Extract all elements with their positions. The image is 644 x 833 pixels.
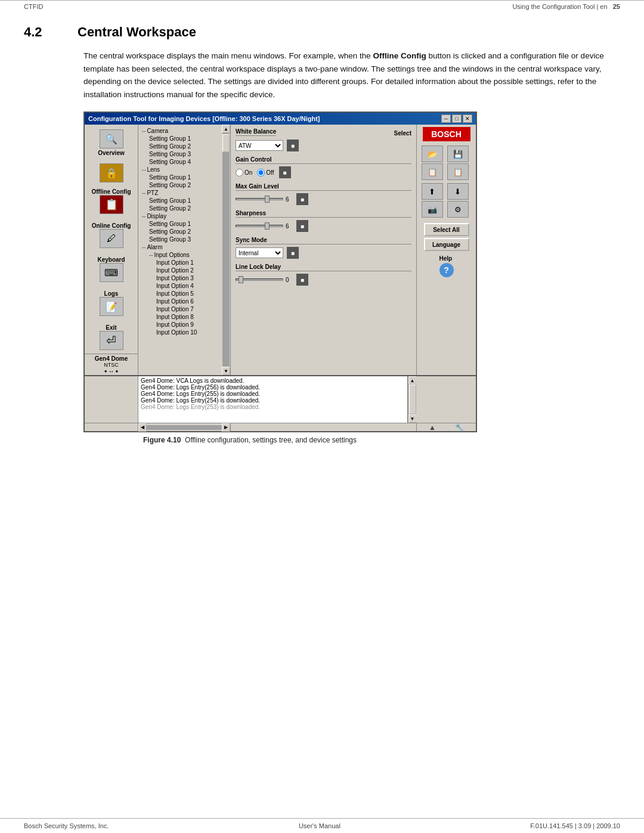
tree-alarm-input-options[interactable]: ─ Input Options [140,251,221,259]
line-lock-icon[interactable]: ■ [296,274,308,286]
gain-off-item[interactable]: Off [257,169,274,176]
gain-control-icon[interactable]: ■ [279,166,291,178]
tree-display-sg2[interactable]: Setting Group 2 [140,228,221,236]
tree-camera-sg4[interactable]: Setting Group 4 [140,158,221,166]
tree-display-sg1[interactable]: Setting Group 1 [140,220,221,228]
sidebar-item-logs[interactable]: Logs 📝 [85,288,138,320]
tree-alarm-opt10[interactable]: Input Option 10 [140,329,221,336]
tree-alarm-opt8[interactable]: Input Option 8 [140,313,221,321]
log-scroll-thumb[interactable] [409,385,416,414]
gain-on-radio[interactable] [236,169,243,176]
tree-ptz[interactable]: ─ PTZ [140,189,221,197]
tree-lens[interactable]: ─ Lens [140,166,221,174]
tree-alarm-opt2[interactable]: Input Option 2 [140,267,221,274]
sharpness-thumb[interactable] [265,222,270,230]
tree-display[interactable]: ─ Display [140,212,221,220]
max-gain-icon[interactable]: ■ [296,193,308,205]
rp-icon-download[interactable]: ⬇ [447,183,469,200]
white-balance-section: White Balance Select ATW ■ [236,128,411,151]
rp-icon-camera[interactable]: 📷 [422,201,443,218]
rp-icon-copy[interactable]: 📋 [422,163,443,180]
rp-icon-save[interactable]: 💾 [447,145,469,162]
vscroll-down-btn[interactable]: ▼ [222,367,230,375]
tree-ptz-sg2[interactable]: Setting Group 2 [140,205,221,212]
hscroll-right-btn[interactable]: ▶ [222,423,230,432]
sidebar-item-online-config[interactable]: Online Config 🖊 [85,220,138,252]
tree-alarm[interactable]: ─ Alarm [140,243,221,251]
tree-camera[interactable]: ─ Camera [140,127,221,135]
tree-alarm-opt9[interactable]: Input Option 9 [140,321,221,329]
gain-off-label: Off [266,169,274,176]
line-lock-slider[interactable] [236,278,283,281]
tree-lens-sg2[interactable]: Setting Group 2 [140,181,221,189]
close-button[interactable]: ✕ [463,114,472,123]
gain-off-radio[interactable] [257,169,265,176]
sync-mode-row: Internal ■ [236,247,411,259]
max-gain-row: 6 ■ [236,193,411,205]
help-section: Help ? [439,255,454,277]
exit-icon: ⏎ [100,331,123,350]
tree-lens-sg1[interactable]: Setting Group 1 [140,174,221,181]
white-balance-select[interactable]: ATW [236,140,283,151]
line-lock-thumb[interactable] [239,276,243,283]
vscroll-thumb[interactable] [222,134,230,152]
max-gain-thumb[interactable] [265,196,270,203]
sharpness-icon[interactable]: ■ [296,220,308,232]
gain-on-item[interactable]: On [236,169,252,176]
app-title: Configuration Tool for Imaging Devices [… [88,115,320,122]
help-icon[interactable]: ? [439,263,454,277]
sharpness-slider[interactable] [236,225,283,227]
tree-alarm-opt1[interactable]: Input Option 1 [140,259,221,267]
language-button[interactable]: Language [424,238,469,251]
line-lock-label: Line Lock Delay [236,264,411,271]
tree-alarm-opt6[interactable]: Input Option 6 [140,298,221,305]
vscroll-up-btn[interactable]: ▲ [222,125,230,133]
select-all-button[interactable]: Select All [424,223,469,236]
white-balance-icon[interactable]: ■ [287,140,299,151]
tree-expand-alarm-opts: ─ [149,252,153,258]
body-text: The central workspace displays the main … [83,49,620,101]
sync-mode-icon[interactable]: ■ [287,247,299,259]
app-sidebar: 🔍 Overview 🔒 Offline Config 📋 Online C [85,125,138,375]
tree-camera-sg2[interactable]: Setting Group 2 [140,143,221,150]
hscroll-left-btn[interactable]: ◀ [138,423,147,432]
right-panel-spacer [416,376,476,423]
log-scroll-down-btn[interactable]: ▼ [408,414,417,423]
sidebar-item-overview[interactable]: 🔍 Overview [85,127,138,159]
hscroll-track [147,425,222,430]
rp-icon-paste[interactable]: 📋 [447,163,469,180]
bosch-logo: BOSCH [423,127,470,141]
sidebar-item-lock[interactable]: 🔒 [85,161,138,186]
tree-camera-sg1[interactable]: Setting Group 1 [140,135,221,143]
sidebar-item-offline-config[interactable]: Offline Config 📋 [85,186,138,218]
header-right: Using the Configuration Tool | en 25 [512,3,620,10]
keyboard-icon: ⌨ [100,263,123,282]
tree-alarm-opt3[interactable]: Input Option 3 [140,274,221,282]
log-scroll-up-btn[interactable]: ▲ [408,376,417,385]
bottom-icons-row: ● ↔ ● [86,368,137,374]
tree-camera-sg3[interactable]: Setting Group 3 [140,150,221,158]
app-window: Configuration Tool for Imaging Devices [… [83,112,477,432]
sidebar-item-keyboard[interactable]: Keyboard ⌨ [85,254,138,286]
tree-alarm-opt7[interactable]: Input Option 7 [140,305,221,313]
app-settings: White Balance Select ATW ■ Gain Control [231,125,416,375]
maximize-button[interactable]: □ [452,114,462,123]
max-gain-slider[interactable] [236,198,283,200]
statusbar-bottom-icons: ▲ 🔧 [416,423,476,431]
rp-icon-upload[interactable]: ⬆ [422,183,443,200]
log-line-3: Gen4 Dome: Logs Entry(255) is downloaded… [141,391,405,397]
tree-alarm-opt5[interactable]: Input Option 5 [140,290,221,298]
sidebar-item-exit[interactable]: Exit ⏎ [85,322,138,354]
sync-mode-select[interactable]: Internal [236,247,283,258]
rp-icon-section-1: 📂 💾 📋 📋 [422,145,472,180]
tree-expand-display: ─ [142,213,145,219]
app-titlebar: Configuration Tool for Imaging Devices [… [85,113,476,125]
log-line-2: Gen4 Dome: Logs Entry(256) is downloaded… [141,384,405,391]
tree-alarm-opt4[interactable]: Input Option 4 [140,282,221,290]
tree-ptz-sg1[interactable]: Setting Group 1 [140,197,221,205]
rp-icon-folder[interactable]: 📂 [422,145,443,162]
minimize-button[interactable]: ─ [441,114,451,123]
line-lock-section: Line Lock Delay 0 ■ [236,264,411,286]
tree-display-sg3[interactable]: Setting Group 3 [140,236,221,243]
rp-icon-settings[interactable]: ⚙ [447,201,469,218]
